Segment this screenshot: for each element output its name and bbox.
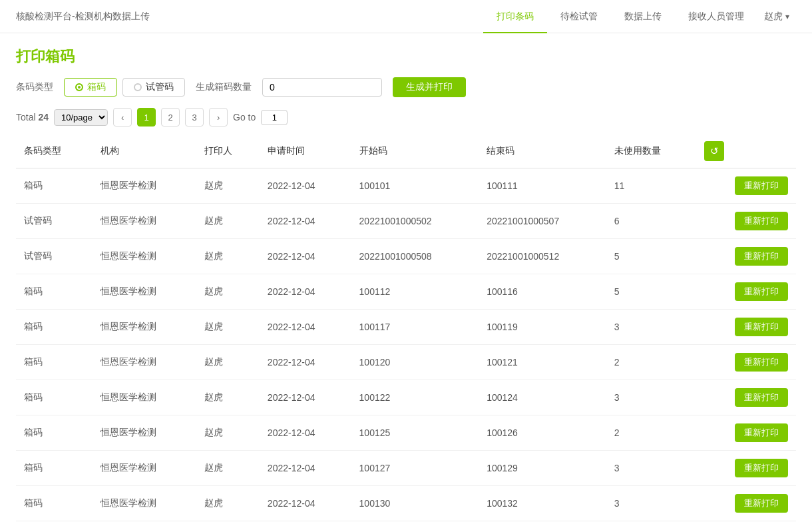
cell-start: 100112 bbox=[351, 274, 479, 310]
cell-printer: 赵虎 bbox=[196, 451, 260, 486]
cell-org: 恒恩医学检测 bbox=[93, 451, 196, 486]
cell-end: 100121 bbox=[479, 345, 606, 380]
nav-item-数据上传[interactable]: 数据上传 bbox=[611, 0, 675, 33]
reprint-button[interactable]: 重新打印 bbox=[735, 247, 788, 266]
cell-start: 100122 bbox=[351, 380, 479, 415]
cell-unused: 2 bbox=[606, 415, 696, 451]
cell-time: 2022-12-04 bbox=[260, 274, 351, 310]
cell-action: 重新打印 bbox=[696, 415, 796, 451]
cell-end: 100132 bbox=[479, 486, 606, 521]
cell-action: 重新打印 bbox=[696, 486, 796, 521]
cell-action: 重新打印 bbox=[696, 168, 796, 204]
cell-type: 试管码 bbox=[16, 204, 93, 239]
nav-items: 打印条码待检试管数据上传接收人员管理 bbox=[483, 0, 757, 33]
radio-group: 箱码 试管码 bbox=[64, 78, 185, 97]
cell-unused: 2 bbox=[606, 345, 696, 380]
cell-start: 100127 bbox=[351, 451, 479, 486]
reprint-button[interactable]: 重新打印 bbox=[735, 318, 788, 336]
table-row: 箱码 恒恩医学检测 赵虎 2022-12-04 100130 100132 3 … bbox=[16, 486, 796, 521]
reprint-button[interactable]: 重新打印 bbox=[735, 282, 788, 301]
nav-item-接收人员管理[interactable]: 接收人员管理 bbox=[675, 0, 757, 33]
reprint-button[interactable]: 重新打印 bbox=[735, 494, 788, 513]
radio-dot-tube bbox=[134, 83, 142, 91]
barcode-type-label: 条码类型 bbox=[16, 81, 53, 93]
nav-user-label: 赵虎 bbox=[764, 11, 783, 23]
cell-action: 重新打印 bbox=[696, 239, 796, 274]
cell-type: 箱码 bbox=[16, 380, 93, 415]
cell-org: 恒恩医学检测 bbox=[93, 486, 196, 521]
cell-end: 100126 bbox=[479, 415, 606, 451]
cell-action: 重新打印 bbox=[696, 310, 796, 345]
cell-time: 2022-12-04 bbox=[260, 451, 351, 486]
quantity-input[interactable] bbox=[262, 78, 382, 97]
cell-time: 2022-12-04 bbox=[260, 239, 351, 274]
nav-item-待检试管[interactable]: 待检试管 bbox=[547, 0, 611, 33]
cell-unused: 3 bbox=[606, 451, 696, 486]
nav-user[interactable]: 赵虎 bbox=[757, 11, 796, 23]
page-title: 打印箱码 bbox=[16, 47, 796, 67]
radio-dot-box bbox=[75, 83, 83, 91]
col-org: 机构 bbox=[93, 134, 196, 168]
reprint-button[interactable]: 重新打印 bbox=[735, 176, 788, 195]
cell-org: 恒恩医学检测 bbox=[93, 415, 196, 451]
page-btn-2[interactable]: 2 bbox=[161, 108, 180, 127]
reprint-button[interactable]: 重新打印 bbox=[735, 353, 788, 372]
cell-type: 箱码 bbox=[16, 451, 93, 486]
cell-org: 恒恩医学检测 bbox=[93, 204, 196, 239]
reprint-button[interactable]: 重新打印 bbox=[735, 212, 788, 230]
cell-start: 100125 bbox=[351, 415, 479, 451]
refresh-button[interactable]: ↺ bbox=[704, 141, 724, 161]
header: 核酸检测平台-检测机构数据上传 打印条码待检试管数据上传接收人员管理 赵虎 bbox=[0, 0, 812, 33]
radio-tube-code[interactable]: 试管码 bbox=[122, 78, 185, 97]
cell-end: 100111 bbox=[479, 168, 606, 204]
cell-time: 2022-12-04 bbox=[260, 486, 351, 521]
reprint-button[interactable]: 重新打印 bbox=[735, 459, 788, 477]
pagination-bar: Total 24 10/page 20/page 50/page ‹ 1 2 3… bbox=[16, 108, 796, 127]
col-end: 结束码 bbox=[479, 134, 606, 168]
page-btn-1[interactable]: 1 bbox=[137, 108, 156, 127]
page-btn-3[interactable]: 3 bbox=[185, 108, 204, 127]
cell-end: 100129 bbox=[479, 451, 606, 486]
table-body: 箱码 恒恩医学检测 赵虎 2022-12-04 100101 100111 11… bbox=[16, 168, 796, 521]
cell-time: 2022-12-04 bbox=[260, 168, 351, 204]
cell-time: 2022-12-04 bbox=[260, 345, 351, 380]
goto-input[interactable] bbox=[261, 110, 288, 125]
cell-start: 100120 bbox=[351, 345, 479, 380]
cell-start: 100101 bbox=[351, 168, 479, 204]
header-title: 核酸检测平台-检测机构数据上传 bbox=[16, 11, 150, 23]
table-row: 箱码 恒恩医学检测 赵虎 2022-12-04 100122 100124 3 … bbox=[16, 380, 796, 415]
cell-time: 2022-12-04 bbox=[260, 204, 351, 239]
cell-type: 箱码 bbox=[16, 274, 93, 310]
prev-page-btn[interactable]: ‹ bbox=[113, 108, 132, 127]
cell-end: 100124 bbox=[479, 380, 606, 415]
cell-end: 100119 bbox=[479, 310, 606, 345]
radio-box-code[interactable]: 箱码 bbox=[64, 78, 117, 97]
col-action: ↺ bbox=[696, 134, 796, 168]
col-printer: 打印人 bbox=[196, 134, 260, 168]
table-row: 试管码 恒恩医学检测 赵虎 2022-12-04 20221001000502 … bbox=[16, 204, 796, 239]
cell-unused: 5 bbox=[606, 274, 696, 310]
radio-box-label: 箱码 bbox=[87, 81, 106, 93]
next-page-btn[interactable]: › bbox=[209, 108, 228, 127]
cell-unused: 3 bbox=[606, 310, 696, 345]
cell-type: 箱码 bbox=[16, 345, 93, 380]
nav-item-打印条码[interactable]: 打印条码 bbox=[483, 0, 547, 33]
data-table: 条码类型 机构 打印人 申请时间 开始码 结束码 未使用数量 ↺ 箱码 恒恩医学… bbox=[16, 134, 796, 521]
table-row: 试管码 恒恩医学检测 赵虎 2022-12-04 20221001000508 … bbox=[16, 239, 796, 274]
quantity-label: 生成箱码数量 bbox=[196, 81, 252, 93]
cell-type: 箱码 bbox=[16, 168, 93, 204]
table-row: 箱码 恒恩医学检测 赵虎 2022-12-04 100120 100121 2 … bbox=[16, 345, 796, 380]
cell-unused: 3 bbox=[606, 486, 696, 521]
filter-bar: 条码类型 箱码 试管码 生成箱码数量 生成并打印 bbox=[16, 77, 796, 97]
generate-print-button[interactable]: 生成并打印 bbox=[393, 77, 466, 97]
reprint-button[interactable]: 重新打印 bbox=[735, 423, 788, 442]
cell-org: 恒恩医学检测 bbox=[93, 239, 196, 274]
cell-end: 20221001000512 bbox=[479, 239, 606, 274]
cell-action: 重新打印 bbox=[696, 451, 796, 486]
page-size-select[interactable]: 10/page 20/page 50/page bbox=[54, 109, 108, 126]
reprint-button[interactable]: 重新打印 bbox=[735, 388, 788, 407]
cell-action: 重新打印 bbox=[696, 345, 796, 380]
total-label: Total 24 bbox=[16, 112, 49, 123]
table-row: 箱码 恒恩医学检测 赵虎 2022-12-04 100117 100119 3 … bbox=[16, 310, 796, 345]
cell-printer: 赵虎 bbox=[196, 486, 260, 521]
